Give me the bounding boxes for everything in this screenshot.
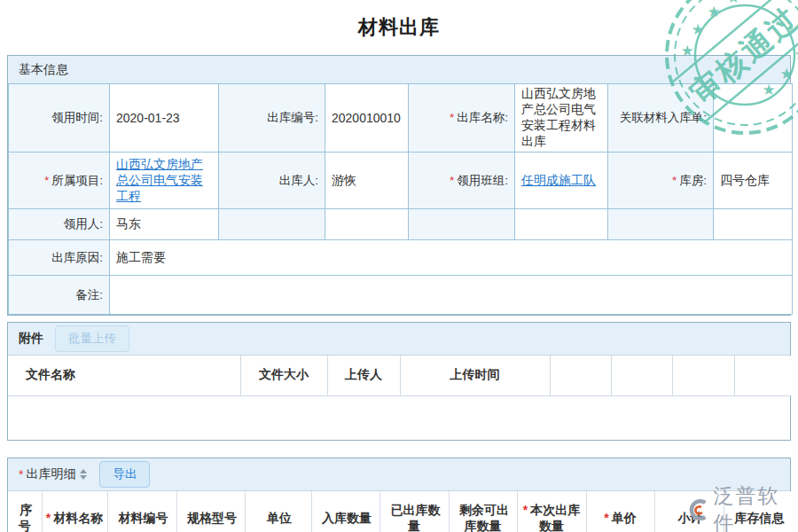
attachments-header-row: 文件名称 文件大小 上传人 上传时间 xyxy=(8,356,792,395)
table-row: 出库原因: 施工需要 xyxy=(9,240,793,276)
svg-text:★: ★ xyxy=(794,46,798,63)
outbound-detail-title: 出库明细 xyxy=(26,466,75,482)
col-subtotal: 小计 xyxy=(654,491,724,532)
col-file-name: 文件名称 xyxy=(8,356,240,395)
project-link[interactable]: 山西弘文房地产总公司电气安装工程 xyxy=(116,157,203,203)
empty-label-cell xyxy=(608,209,714,240)
field-label-remark: 备注: xyxy=(9,276,110,315)
field-value-warehouse: 四号仓库 xyxy=(714,153,793,209)
col-empty-2 xyxy=(611,356,672,395)
svg-text:★: ★ xyxy=(726,0,739,6)
field-value-related-inbound xyxy=(714,84,793,153)
col-inbound-qty: 入库数量 xyxy=(311,491,379,532)
col-unit: 单位 xyxy=(245,491,311,532)
field-label-crew: *领用班组: xyxy=(409,153,515,209)
col-issued-qty: 已出库数量 xyxy=(379,491,449,532)
col-empty-4 xyxy=(734,356,792,395)
field-value-issuer: 游恢 xyxy=(325,153,409,209)
required-mark: * xyxy=(450,174,454,187)
col-seq: 序号 xyxy=(8,491,42,532)
col-spec-model: 规格型号 xyxy=(176,491,245,532)
field-label-outbound-no: 出库编号: xyxy=(219,84,325,153)
table-row: 领用时间: 2020-01-23 出库编号: 2020010010 *出库名称:… xyxy=(9,84,793,153)
required-mark: * xyxy=(46,511,51,525)
empty-value-cell xyxy=(325,209,409,240)
basic-info-section: 基本信息 领用时间: 2020-01-23 出库编号: 2020010010 *… xyxy=(7,55,791,316)
required-mark: * xyxy=(450,111,454,124)
table-row: 领用人: 马东 xyxy=(9,209,793,240)
attachments-title: 附件 xyxy=(19,331,43,347)
table-row: 备注: xyxy=(9,276,793,315)
outbound-detail-table: 序号 *材料名称 材料编号 规格型号 单位 入库数量 已出库数量 剩余可出库数量… xyxy=(8,491,792,532)
empty-value-cell xyxy=(714,209,793,240)
required-mark: * xyxy=(19,467,23,481)
field-label-recipient: 领用人: xyxy=(9,209,110,240)
basic-info-table: 领用时间: 2020-01-23 出库编号: 2020010010 *出库名称:… xyxy=(8,83,793,315)
outbound-detail-header: * 出库明细 导出 xyxy=(8,458,790,491)
col-remaining-qty: 剩余可出库数量 xyxy=(449,491,517,532)
crew-link[interactable]: 任明成施工队 xyxy=(521,173,596,187)
empty-value-cell xyxy=(515,209,608,240)
empty-label-cell xyxy=(409,209,515,240)
col-material-code: 材料编号 xyxy=(107,491,176,532)
batch-upload-button[interactable]: 批量上传 xyxy=(55,325,129,352)
col-current-issue-qty: *本次出库数量 xyxy=(517,491,586,532)
field-label-related-inbound: 关联材料入库单: xyxy=(608,84,714,153)
attachments-section: 附件 批量上传 文件名称 文件大小 上传人 上传时间 xyxy=(7,322,791,441)
col-empty-3 xyxy=(672,356,734,395)
sort-icon[interactable] xyxy=(80,469,87,480)
attachments-table: 文件名称 文件大小 上传人 上传时间 xyxy=(8,356,792,396)
outbound-detail-section: * 出库明细 导出 序号 *材料名称 材料编号 规格型号 单位 入库数量 已出库… xyxy=(7,458,791,532)
field-value-outbound-name: 山西弘文房地产总公司电气安装工程材料出库 xyxy=(515,84,608,153)
col-empty-1 xyxy=(550,356,611,395)
required-mark: * xyxy=(44,174,49,187)
field-label-project: *所属项目: xyxy=(9,153,110,209)
basic-info-title: 基本信息 xyxy=(19,62,68,78)
required-mark: * xyxy=(672,174,677,187)
export-button[interactable]: 导出 xyxy=(99,461,150,488)
table-row: *所属项目: 山西弘文房地产总公司电气安装工程 出库人: 游恢 *领用班组: 任… xyxy=(9,153,793,209)
detail-header-row: 序号 *材料名称 材料编号 规格型号 单位 入库数量 已出库数量 剩余可出库数量… xyxy=(8,491,792,532)
field-label-outbound-name: *出库名称: xyxy=(409,84,515,153)
field-value-requisition-date: 2020-01-23 xyxy=(110,84,219,153)
col-uploader: 上传人 xyxy=(327,356,400,395)
col-unit-price: *单价 xyxy=(586,491,654,532)
col-file-size: 文件大小 xyxy=(240,356,327,395)
col-material-name: *材料名称 xyxy=(42,491,107,532)
required-mark: * xyxy=(523,503,528,517)
required-mark: * xyxy=(604,511,608,525)
field-label-reason: 出库原因: xyxy=(9,240,110,276)
field-value-remark xyxy=(110,276,793,315)
page-title: 材料出库 xyxy=(0,14,798,41)
col-stock-info: 库存信息 xyxy=(724,491,792,532)
col-upload-time: 上传时间 xyxy=(400,356,550,395)
field-value-project: 山西弘文房地产总公司电气安装工程 xyxy=(110,153,219,209)
field-value-crew: 任明成施工队 xyxy=(515,153,608,209)
field-value-reason: 施工需要 xyxy=(110,240,793,276)
attachments-header: 附件 批量上传 xyxy=(8,323,790,356)
field-value-outbound-no: 2020010010 xyxy=(325,84,409,153)
field-value-recipient: 马东 xyxy=(110,209,219,240)
empty-label-cell xyxy=(219,209,325,240)
field-label-warehouse: *库房: xyxy=(608,153,714,209)
field-label-issuer: 出库人: xyxy=(219,153,325,209)
basic-info-header: 基本信息 xyxy=(8,56,790,83)
field-label-requisition-date: 领用时间: xyxy=(9,84,110,153)
material-outbound-page: 材料出库 基本信息 领用时间: 2020-01-23 出库编号: 2020010… xyxy=(0,0,798,532)
